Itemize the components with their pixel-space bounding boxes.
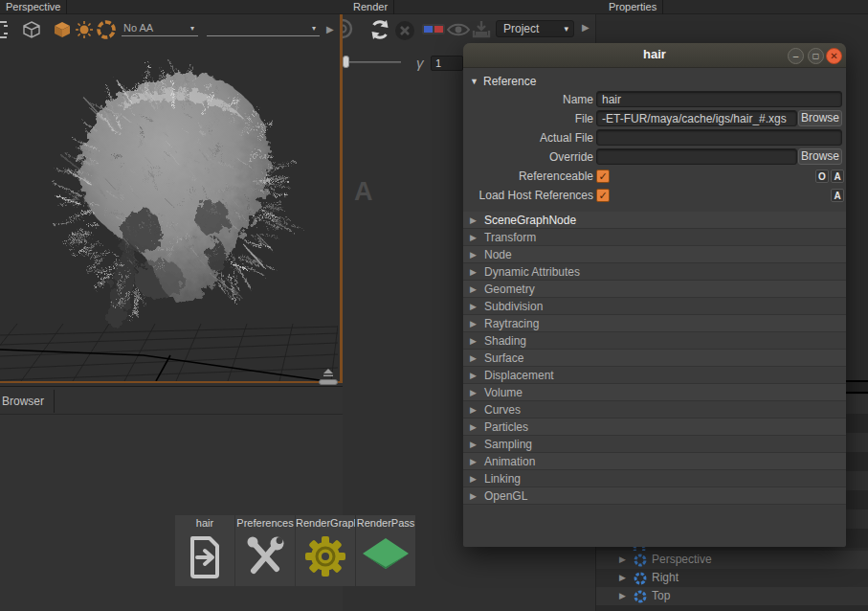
project-value: Project — [503, 22, 539, 35]
chevron-right-icon: ▶ — [470, 332, 477, 350]
dialog-titlebar[interactable]: hair – ▢ ✕ — [463, 43, 846, 68]
section-volume[interactable]: ▶ Volume — [463, 384, 846, 401]
properties-separator — [845, 392, 868, 394]
chevron-right-icon: ▶ — [470, 453, 477, 470]
tree-item-perspective[interactable]: ▶ Perspective — [596, 551, 868, 569]
viewport-perspective[interactable]: No AA ▾ ▾ ▶ — [0, 14, 343, 383]
tree-item-right[interactable]: ▶ Right — [596, 569, 868, 587]
section-curves[interactable]: ▶ Curves — [463, 401, 846, 419]
section-animation[interactable]: ▶ Animation — [463, 453, 846, 470]
reference-section-header[interactable]: ▼ Reference — [463, 73, 846, 90]
shelf-item-hair[interactable]: hair — [175, 515, 234, 586]
refresh-render-icon[interactable] — [367, 17, 392, 42]
override-row: Override Browse — [463, 147, 846, 167]
close-button[interactable]: ✕ — [826, 48, 842, 64]
chevron-right-icon[interactable]: ▶ — [619, 551, 626, 569]
gamma-input[interactable] — [431, 56, 463, 71]
section-node[interactable]: ▶ Node — [463, 246, 846, 263]
chevron-right-icon: ▶ — [470, 298, 477, 315]
animate-flag-button[interactable]: A — [831, 170, 844, 183]
maximize-button[interactable]: ▢ — [808, 48, 824, 64]
tab-render[interactable]: Render — [347, 0, 394, 14]
light-sun-icon[interactable] — [74, 20, 95, 39]
antialias-dropdown[interactable]: No AA ▾ — [122, 21, 198, 36]
shelf-item-renderpass[interactable]: RenderPass — [356, 515, 415, 586]
shelf-item-rendergraph[interactable]: RenderGraph — [296, 515, 355, 586]
override-flag-button[interactable]: O — [815, 170, 829, 183]
save-image-icon[interactable] — [471, 19, 492, 40]
section-dynamic-attributes[interactable]: ▶ Dynamic Attributes — [463, 263, 846, 281]
chevron-down-icon: ▾ — [312, 24, 316, 33]
actual-file-input[interactable] — [596, 129, 842, 146]
splitter-grip[interactable] — [319, 379, 338, 385]
override-input[interactable] — [596, 148, 797, 165]
section-geometry[interactable]: ▶ Geometry — [463, 281, 846, 298]
properties-splitter-band — [845, 382, 868, 392]
tab-perspective[interactable]: Perspective — [0, 0, 67, 14]
render-overflow-arrow[interactable]: ▶ — [582, 22, 590, 33]
chevron-right-icon: ▶ — [470, 470, 477, 487]
camera-aperture-icon — [634, 572, 647, 585]
section-linking[interactable]: ▶ Linking — [463, 470, 846, 487]
section-label: Displacement — [484, 367, 554, 384]
file-browse-button[interactable]: Browse — [798, 110, 842, 126]
shelf-item-preferences[interactable]: Preferences — [235, 515, 295, 586]
section-surface[interactable]: ▶ Surface — [463, 350, 846, 367]
tree-item-label: Top — [652, 587, 670, 605]
section-opengl[interactable]: ▶ OpenGL — [463, 487, 846, 505]
stereo-glasses-icon[interactable] — [421, 21, 446, 38]
wrench-tools-icon — [244, 534, 286, 578]
camera-aperture-icon[interactable] — [96, 20, 117, 39]
properties-separator — [845, 380, 868, 382]
chevron-right-icon[interactable]: ▶ — [619, 587, 626, 605]
clipped-lens-icon[interactable] — [343, 17, 354, 40]
section-raytracing[interactable]: ▶ Raytracing — [463, 315, 846, 332]
name-input[interactable] — [596, 91, 842, 107]
section-subdivision[interactable]: ▶ Subdivision — [463, 298, 846, 315]
file-input[interactable] — [596, 110, 797, 126]
project-dropdown[interactable]: Project ▾ — [496, 20, 574, 37]
section-particles[interactable]: ▶ Particles — [463, 419, 846, 436]
section-transform[interactable]: ▶ Transform — [463, 229, 846, 246]
chevron-right-icon[interactable]: ▶ — [619, 569, 626, 587]
shaded-cube-icon[interactable] — [52, 20, 73, 39]
exposure-slider-track[interactable] — [345, 61, 401, 63]
reference-section-label: Reference — [483, 73, 536, 90]
tree-item-label: Right — [652, 569, 679, 587]
toolbar-overflow-arrow[interactable]: ▶ — [326, 24, 334, 34]
shelf-item-label: hair — [175, 517, 234, 529]
exposure-slider-handle[interactable] — [343, 56, 349, 68]
tree-item-top[interactable]: ▶ Top — [596, 587, 868, 605]
wireframe-cube-icon[interactable] — [21, 20, 42, 39]
minimize-button[interactable]: – — [788, 48, 804, 64]
properties-list-edge — [845, 395, 868, 548]
camera-tree: ▶ Perspective ▶ Right ▶ Top — [596, 551, 868, 605]
animate-flag-button[interactable]: A — [831, 189, 844, 202]
dialog-content: ▼ Reference Name File Browse Actual File… — [463, 69, 846, 505]
section-displacement[interactable]: ▶ Displacement — [463, 367, 846, 384]
override-browse-button[interactable]: Browse — [798, 148, 842, 165]
section-scenegraphnode[interactable]: ▶ SceneGraphNode — [463, 212, 846, 229]
load-host-references-label: Load Host References — [463, 189, 593, 202]
gear-icon — [303, 534, 347, 578]
section-sampling[interactable]: ▶ Sampling — [463, 436, 846, 453]
stop-render-icon[interactable] — [394, 20, 415, 41]
tab-properties[interactable]: Properties — [603, 0, 663, 14]
chevron-down-icon: ▾ — [564, 24, 568, 34]
section-label: Node — [484, 246, 512, 263]
tab-browser[interactable]: Browser — [0, 390, 55, 413]
top-tab-bar: Perspective Render Properties — [0, 0, 868, 14]
visibility-eye-icon[interactable] — [446, 20, 471, 39]
load-host-references-checkbox[interactable]: ✓ — [596, 189, 610, 202]
shelf-item-label: RenderPass — [356, 517, 415, 529]
referenceable-checkbox[interactable]: ✓ — [596, 170, 610, 183]
section-label: Surface — [484, 350, 523, 367]
antialias-value: No AA — [123, 22, 153, 34]
section-label: Sampling — [484, 436, 532, 453]
selection-bracket-icon[interactable] — [0, 20, 10, 39]
application-window: Perspective Render Properties — [0, 0, 868, 611]
section-shading[interactable]: ▶ Shading — [463, 332, 846, 350]
preview-dropdown[interactable]: ▾ — [207, 21, 320, 36]
chevron-right-icon: ▶ — [470, 367, 477, 384]
section-label: SceneGraphNode — [484, 212, 576, 229]
